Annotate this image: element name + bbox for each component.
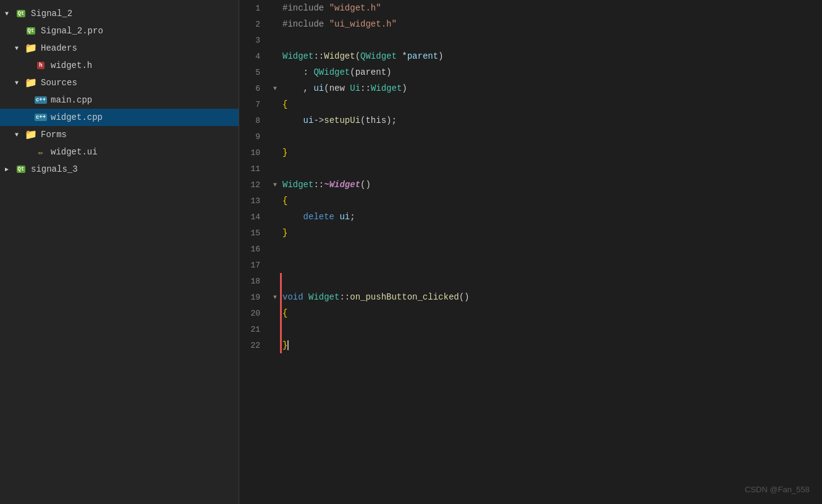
sidebar-label-headers: Headers (41, 43, 77, 53)
line-num-17: 17 (239, 261, 270, 270)
sidebar-label-signal2pro: Signal_2.pro (41, 26, 103, 36)
sidebar-label-main-cpp: main.cpp (51, 95, 92, 105)
sidebar-item-signal2-pro[interactable]: Qt Signal_2.pro (0, 22, 239, 40)
line-num-8: 8 (239, 116, 270, 125)
code-line-4: 4 Widget::Widget(QWidget *parent) (239, 48, 822, 64)
folder-sources-icon: 📁 (25, 77, 37, 88)
code-text-4: Widget::Widget(QWidget *parent) (280, 48, 444, 64)
code-line-5: 5 : QWidget(parent) (239, 64, 822, 80)
line-num-15: 15 (239, 229, 270, 238)
code-text-8: ui->setupUi(this); (280, 112, 397, 128)
arrow-sources: ▼ (15, 80, 22, 86)
line-num-6: 6 (239, 84, 270, 93)
code-line-17: 17 (239, 257, 822, 273)
line-num-1: 1 (239, 4, 270, 13)
sidebar-item-headers[interactable]: ▼ 📁 Headers (0, 40, 239, 57)
line-num-19: 19 (239, 293, 270, 302)
code-line-6: 6 ▼ , ui(new Ui::Widget) (239, 80, 822, 96)
sidebar-item-signals3[interactable]: ▶ Qt signals_3 (0, 161, 239, 178)
red-bar-20 (280, 305, 282, 321)
line-num-2: 2 (239, 20, 270, 29)
code-content: 1 #include "widget.h" 2 #include "ui_wid… (239, 0, 822, 504)
code-line-16: 16 (239, 241, 822, 257)
sidebar-label-widget-ui: widget.ui (51, 147, 98, 157)
line-num-10: 10 (239, 148, 270, 158)
arrow-signals3: ▶ (5, 166, 12, 173)
code-line-11: 11 (239, 161, 822, 177)
folder-headers-icon: 📁 (25, 43, 37, 54)
line-num-4: 4 (239, 52, 270, 61)
line-num-5: 5 (239, 68, 270, 77)
qt-icon: Qt (15, 8, 27, 19)
code-line-8: 8 ui->setupUi(this); (239, 112, 822, 128)
pro-icon: Qt (25, 25, 37, 36)
code-editor[interactable]: 1 #include "widget.h" 2 #include "ui_wid… (239, 0, 822, 504)
arrow-forms: ▼ (15, 132, 22, 138)
sidebar-item-main-cpp[interactable]: c++ main.cpp (0, 91, 239, 109)
arrow-signal2: ▼ (5, 10, 12, 17)
code-line-2: 2 #include "ui_widget.h" (239, 16, 822, 32)
red-bar-21 (280, 321, 282, 337)
arrow-headers: ▼ (15, 45, 22, 52)
text-cursor (287, 340, 289, 350)
line-num-12: 12 (239, 180, 270, 190)
sidebar-item-signal2-project[interactable]: ▼ Qt Signal_2 (0, 5, 239, 22)
sidebar-label-signals3: signals_3 (31, 164, 78, 174)
code-text-7: { (280, 96, 287, 112)
line-num-20: 20 (239, 309, 270, 318)
code-text-14: delete ui; (280, 209, 355, 225)
code-text-6: , ui(new Ui::Widget) (280, 80, 407, 96)
watermark: CSDN @Fan_558 (745, 485, 810, 494)
line-num-11: 11 (239, 164, 270, 174)
cpp-main-icon: c++ (35, 94, 47, 106)
line-num-18: 18 (239, 277, 270, 286)
folder-forms-icon: 📁 (25, 129, 37, 140)
qt-signals3-icon: Qt (15, 164, 27, 175)
code-line-10: 10 } (239, 145, 822, 161)
h-file-icon: h (35, 60, 47, 71)
code-line-18: 18 (239, 273, 822, 289)
line-num-7: 7 (239, 100, 270, 109)
red-bar-18 (280, 273, 282, 289)
code-line-13: 13 { (239, 193, 822, 209)
sidebar-item-sources[interactable]: ▼ 📁 Sources (0, 74, 239, 91)
line-num-16: 16 (239, 245, 270, 254)
code-text-5: : QWidget(parent) (280, 64, 391, 80)
red-bar-19 (280, 289, 282, 305)
code-line-1: 1 #include "widget.h" (239, 0, 822, 16)
code-text-19: void Widget::on_pushButton_clicked() (280, 289, 470, 305)
ui-file-icon: ✏ (35, 146, 47, 158)
code-line-12: 12 ▼ Widget::~Widget() (239, 177, 822, 193)
code-line-15: 15 } (239, 225, 822, 241)
red-bar-22 (280, 337, 282, 353)
line-num-22: 22 (239, 341, 270, 350)
code-text-12: Widget::~Widget() (280, 177, 371, 193)
code-text-15: } (280, 225, 287, 241)
sidebar-label-signal2: Signal_2 (31, 9, 72, 19)
sidebar-item-forms[interactable]: ▼ 📁 Forms (0, 126, 239, 143)
code-line-20: 20 { (239, 305, 822, 321)
code-line-7: 7 { (239, 96, 822, 112)
line-num-13: 13 (239, 196, 270, 206)
code-line-22: 22 } (239, 337, 822, 353)
sidebar-item-widget-ui[interactable]: ✏ widget.ui (0, 143, 239, 161)
sidebar-label-sources: Sources (41, 78, 77, 88)
project-sidebar: ▼ Qt Signal_2 Qt Signal_2.pro ▼ 📁 Header… (0, 0, 239, 504)
line-num-21: 21 (239, 325, 270, 334)
code-text-2: #include "ui_widget.h" (280, 16, 397, 32)
code-line-14: 14 delete ui; (239, 209, 822, 225)
code-text-1: #include "widget.h" (280, 0, 381, 16)
code-text-13: { (280, 193, 287, 209)
code-line-19: 19 ▼ void Widget::on_pushButton_clicked(… (239, 289, 822, 305)
sidebar-label-forms: Forms (41, 130, 67, 140)
line-num-14: 14 (239, 212, 270, 222)
code-line-3: 3 (239, 32, 822, 48)
sidebar-item-widget-h[interactable]: h widget.h (0, 57, 239, 74)
sidebar-item-widget-cpp[interactable]: c++ widget.cpp (0, 109, 239, 126)
code-line-9: 9 (239, 128, 822, 145)
line-num-3: 3 (239, 36, 270, 45)
sidebar-label-widget-cpp: widget.cpp (51, 112, 103, 122)
sidebar-label-widget-h: widget.h (51, 61, 92, 70)
line-num-9: 9 (239, 132, 270, 141)
code-text-10: } (280, 145, 287, 161)
